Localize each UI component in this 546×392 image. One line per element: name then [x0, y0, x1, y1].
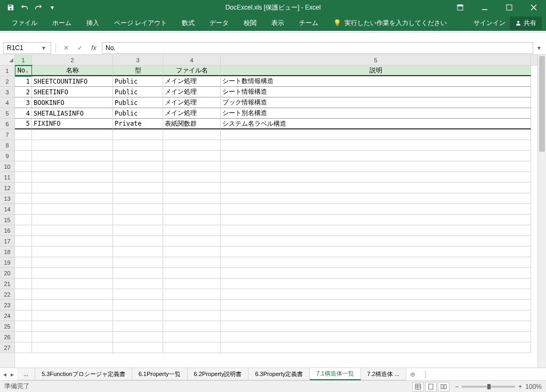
- cell[interactable]: [113, 279, 163, 289]
- cell[interactable]: [221, 140, 531, 151]
- row-header[interactable]: 2: [0, 76, 14, 87]
- cell[interactable]: [15, 225, 32, 236]
- signin-link[interactable]: サインイン: [473, 19, 505, 28]
- column-header[interactable]: 1: [15, 55, 32, 65]
- cell[interactable]: [113, 342, 163, 353]
- cell[interactable]: [32, 140, 113, 151]
- row-header[interactable]: 3: [0, 87, 14, 97]
- row-header[interactable]: 17: [0, 236, 14, 247]
- cell[interactable]: [163, 236, 221, 247]
- cell[interactable]: [32, 311, 113, 321]
- tab-file[interactable]: ファイル: [4, 15, 45, 31]
- row-header[interactable]: 7: [0, 129, 14, 140]
- cell[interactable]: [15, 236, 32, 247]
- row-header[interactable]: 5: [0, 108, 14, 119]
- cell[interactable]: [32, 172, 113, 183]
- cell[interactable]: [113, 193, 163, 204]
- row-header[interactable]: 25: [0, 321, 14, 332]
- tab-formulas[interactable]: 数式: [174, 15, 202, 31]
- cell[interactable]: [32, 129, 113, 140]
- cell[interactable]: システム名ラベル構造: [221, 119, 531, 129]
- cell[interactable]: 4: [15, 108, 32, 119]
- cell[interactable]: [32, 236, 113, 247]
- cell[interactable]: [221, 300, 531, 311]
- sheet-tab[interactable]: 7.1構造体一覧: [310, 368, 360, 380]
- sheet-menu-icon[interactable]: ⋮: [419, 371, 432, 378]
- row-header[interactable]: 24: [0, 311, 14, 321]
- tab-home[interactable]: ホーム: [45, 15, 79, 31]
- row-header[interactable]: 12: [0, 183, 14, 193]
- cell[interactable]: [15, 140, 32, 151]
- cell[interactable]: [221, 311, 531, 321]
- cell[interactable]: [15, 172, 32, 183]
- cell[interactable]: [221, 279, 531, 289]
- column-header[interactable]: 2: [32, 55, 113, 65]
- cell[interactable]: [221, 129, 531, 140]
- cell[interactable]: [15, 151, 32, 161]
- cell[interactable]: [15, 247, 32, 257]
- cell[interactable]: [32, 215, 113, 225]
- vertical-scrollbar[interactable]: [537, 55, 546, 368]
- cell[interactable]: [163, 215, 221, 225]
- cell[interactable]: [15, 193, 32, 204]
- row-header[interactable]: 11: [0, 172, 14, 183]
- sheet-tab[interactable]: 7.2構造体 ...: [361, 368, 407, 380]
- cell[interactable]: [163, 300, 221, 311]
- tab-pagelayout[interactable]: ページ レイアウト: [107, 15, 174, 31]
- cell[interactable]: [221, 332, 531, 342]
- sheet-tab[interactable]: 6.2Property説明書: [188, 368, 249, 380]
- cell[interactable]: [32, 193, 113, 204]
- cell[interactable]: [15, 183, 32, 193]
- cell[interactable]: 5: [15, 119, 32, 129]
- cell[interactable]: 表紙関数群: [163, 119, 221, 129]
- cell[interactable]: メイン処理: [163, 76, 221, 87]
- cell[interactable]: [32, 300, 113, 311]
- cell[interactable]: [221, 215, 531, 225]
- row-header[interactable]: 16: [0, 225, 14, 236]
- cell[interactable]: [15, 342, 32, 353]
- sheet-nav-next[interactable]: ▸: [11, 371, 14, 378]
- column-header[interactable]: 4: [163, 55, 221, 65]
- cell[interactable]: [221, 225, 531, 236]
- row-header[interactable]: 20: [0, 268, 14, 279]
- cell[interactable]: [163, 247, 221, 257]
- row-header[interactable]: 15: [0, 215, 14, 225]
- sheet-tab[interactable]: 5.3Functionプロシージャ定義書: [35, 368, 132, 380]
- cell[interactable]: [15, 129, 32, 140]
- cell[interactable]: シート数情報構造: [221, 76, 531, 87]
- cell[interactable]: [113, 161, 163, 172]
- row-header[interactable]: 18: [0, 247, 14, 257]
- column-header[interactable]: 3: [113, 55, 163, 65]
- cell[interactable]: [163, 289, 221, 300]
- cell[interactable]: [163, 311, 221, 321]
- cell[interactable]: [163, 321, 221, 332]
- cell[interactable]: [163, 279, 221, 289]
- cell[interactable]: [163, 172, 221, 183]
- cell[interactable]: ファイル名: [163, 66, 221, 76]
- select-all-corner[interactable]: [0, 55, 14, 66]
- cell[interactable]: SHETALIASINFO: [32, 108, 113, 119]
- name-box[interactable]: R1C1▾: [3, 42, 51, 54]
- cell[interactable]: [15, 311, 32, 321]
- cell[interactable]: [32, 225, 113, 236]
- expand-formula-icon[interactable]: ▾: [535, 44, 543, 52]
- cell[interactable]: [113, 129, 163, 140]
- cell[interactable]: 2: [15, 87, 32, 97]
- enter-formula-button[interactable]: ✓: [74, 42, 86, 54]
- cell[interactable]: SHEETCOUNTINFO: [32, 76, 113, 87]
- cell[interactable]: [32, 342, 113, 353]
- save-button[interactable]: [4, 1, 17, 14]
- cell[interactable]: シート別名構造: [221, 108, 531, 119]
- cell[interactable]: [221, 204, 531, 215]
- zoom-slider[interactable]: [462, 386, 515, 388]
- cell[interactable]: [113, 321, 163, 332]
- cell[interactable]: [32, 257, 113, 268]
- cell[interactable]: [113, 183, 163, 193]
- cell[interactable]: [221, 257, 531, 268]
- cell[interactable]: [163, 161, 221, 172]
- cell[interactable]: [113, 225, 163, 236]
- cell[interactable]: [113, 289, 163, 300]
- cell[interactable]: [163, 204, 221, 215]
- row-header[interactable]: 27: [0, 342, 14, 353]
- cell[interactable]: [221, 151, 531, 161]
